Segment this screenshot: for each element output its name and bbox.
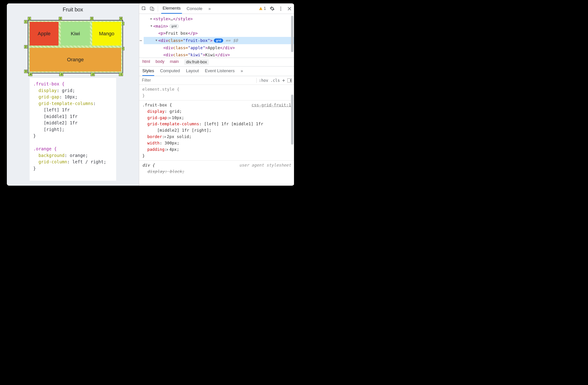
page-title: Fruit box — [63, 7, 83, 13]
kebab-icon[interactable] — [278, 6, 283, 11]
subtab-layout[interactable]: Layout — [186, 68, 199, 76]
gridline-label: -1 — [119, 73, 123, 76]
devtools-panel: Elements Console » 1 ▶<sty — [139, 3, 294, 186]
rendered-page: Fruit box 1 2 3 4 1 2 3 -1 -2 -4 -3 -2 -… — [7, 3, 139, 186]
device-toggle-icon[interactable] — [150, 6, 155, 11]
gridline-label: 2 — [59, 17, 62, 20]
crumb-html[interactable]: html — [142, 59, 150, 65]
gridline-label: 3 — [90, 17, 93, 20]
grid-overlay: 1 2 3 4 1 2 3 -1 -2 -4 -3 -2 -1 Apple Ki… — [23, 15, 123, 75]
svg-point-4 — [280, 8, 281, 9]
dom-breadcrumb: html body main div.fruit-box — [139, 58, 294, 66]
expand-icon[interactable] — [167, 149, 168, 151]
grid-badge[interactable]: grid — [214, 39, 223, 43]
tab-elements[interactable]: Elements — [161, 3, 182, 14]
styles-subtabs: Styles Computed Layout Event Listeners » — [139, 66, 294, 76]
close-icon[interactable] — [287, 6, 292, 11]
expand-icon[interactable] — [169, 117, 171, 119]
cell-orange: Orange — [30, 48, 121, 71]
cls-button[interactable]: .cls — [271, 78, 280, 83]
tab-console[interactable]: Console — [185, 4, 204, 13]
gridline-label: 1 — [24, 20, 27, 23]
source-link[interactable]: css-grid-fruit:1 — [252, 102, 291, 108]
tab-more[interactable]: » — [207, 4, 212, 13]
scrollbar[interactable] — [291, 95, 293, 145]
devtools-toolbar: Elements Console » 1 — [139, 3, 294, 14]
styles-filter-input[interactable] — [141, 77, 254, 84]
cell-mango: Mango — [92, 22, 121, 45]
gridline-label: 4 — [119, 17, 123, 20]
svg-rect-2 — [152, 8, 154, 10]
gridline-label: -2 — [91, 73, 95, 76]
gridline-label: 1 — [28, 17, 31, 20]
crumb-current[interactable]: div.fruit-box — [184, 59, 209, 65]
new-rule-button[interactable]: + — [282, 77, 285, 83]
crumb-body[interactable]: body — [156, 59, 165, 65]
subtab-event-listeners[interactable]: Event Listeners — [205, 68, 234, 76]
subtab-more[interactable]: » — [240, 68, 243, 76]
warnings-button[interactable]: 1 — [259, 6, 266, 11]
svg-point-3 — [280, 7, 281, 7]
cell-kiwi: Kiwi — [61, 22, 90, 45]
crumb-main[interactable]: main — [170, 59, 179, 65]
grid-badge[interactable]: grid — [169, 24, 179, 28]
svg-point-5 — [280, 10, 281, 10]
subtab-styles[interactable]: Styles — [142, 68, 154, 76]
selected-dom-node: ▼<div class="fruit-box">grid== $0 — [144, 37, 294, 44]
gridline-label: -3 — [59, 73, 63, 76]
cell-apple: Apple — [30, 22, 59, 45]
source-css: .fruit-box { display: grid; grid-gap: 10… — [30, 78, 116, 181]
styles-toolbar: :hov .cls + — [139, 76, 294, 85]
gridline-label: 2 — [24, 45, 27, 48]
fruit-box-grid: Apple Kiwi Mango Orange — [29, 21, 122, 72]
panel-toggle-icon[interactable] — [287, 78, 292, 83]
dom-tree[interactable]: ▶<style>…</style> ▼<main>grid <p>Fruit b… — [139, 14, 294, 58]
warning-count: 1 — [264, 6, 266, 11]
hov-button[interactable]: :hov — [259, 78, 268, 83]
gear-icon[interactable] — [270, 6, 275, 11]
gridline-label: 3 — [24, 70, 27, 73]
scrollbar[interactable] — [291, 16, 293, 52]
expand-icon[interactable] — [165, 136, 166, 138]
inspect-icon[interactable] — [141, 6, 147, 11]
gridline-label: -4 — [28, 73, 32, 76]
subtab-computed[interactable]: Computed — [160, 68, 180, 76]
styles-pane[interactable]: element.style { } .fruit-box {css-grid-f… — [139, 85, 294, 176]
